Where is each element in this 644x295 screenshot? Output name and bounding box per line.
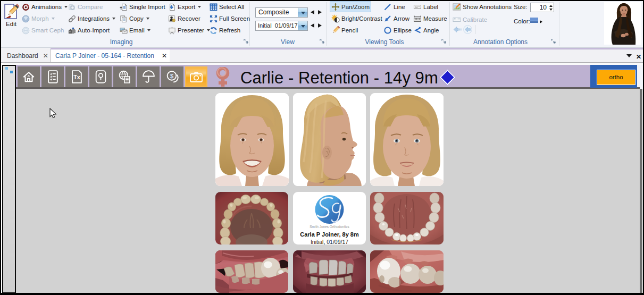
svg-text:Tx: Tx — [73, 74, 80, 80]
svg-text:$: $ — [170, 73, 173, 79]
